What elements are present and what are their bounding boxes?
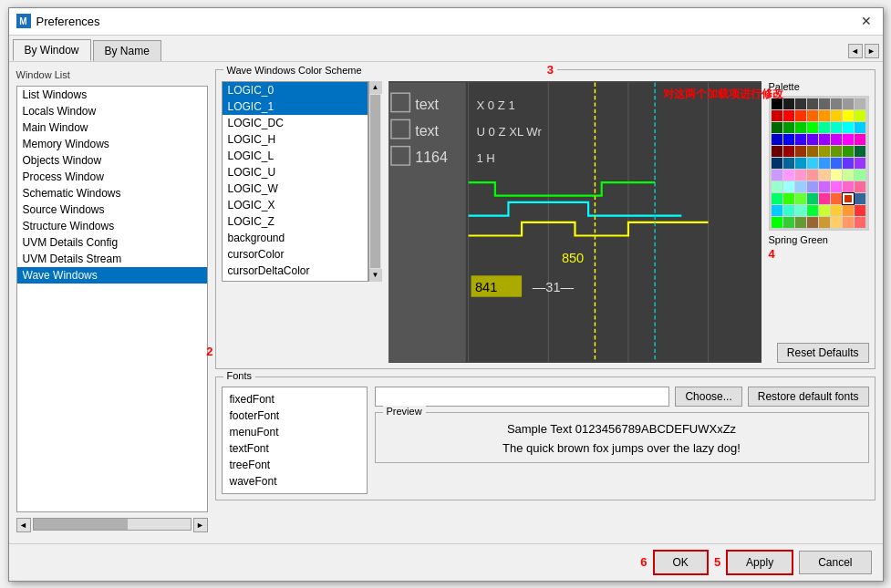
color-list-item[interactable]: LOGIC_0	[223, 82, 368, 98]
palette-color-cell[interactable]	[795, 205, 806, 216]
palette-color-cell[interactable]	[783, 205, 794, 216]
color-list-item[interactable]: cursorColor	[223, 246, 368, 263]
palette-color-cell[interactable]	[783, 193, 794, 204]
close-button[interactable]: ✕	[857, 12, 875, 30]
palette-color-cell[interactable]	[795, 170, 806, 181]
palette-color-cell[interactable]	[855, 193, 865, 204]
palette-color-cell[interactable]	[807, 98, 818, 109]
palette-color-cell[interactable]	[783, 181, 794, 192]
palette-color-cell[interactable]	[831, 193, 842, 204]
palette-color-cell[interactable]	[819, 193, 830, 204]
color-list-item[interactable]: LOGIC_W	[223, 181, 368, 197]
palette-color-cell[interactable]	[772, 98, 782, 109]
palette-color-cell[interactable]	[843, 205, 854, 216]
palette-color-cell[interactable]	[807, 181, 818, 192]
color-list-item[interactable]: LOGIC_DC	[223, 115, 368, 131]
palette-color-cell[interactable]	[843, 122, 854, 133]
palette-color-cell[interactable]	[843, 110, 854, 121]
palette-color-cell[interactable]	[843, 181, 854, 192]
palette-color-cell[interactable]	[772, 205, 782, 216]
palette-color-cell[interactable]	[855, 158, 865, 169]
restore-fonts-button[interactable]: Restore default fonts	[748, 387, 869, 407]
palette-color-cell[interactable]	[831, 181, 842, 192]
palette-color-cell[interactable]	[855, 181, 865, 192]
palette-color-cell[interactable]	[807, 158, 818, 169]
palette-color-cell[interactable]	[831, 146, 842, 157]
palette-color-cell[interactable]	[795, 158, 806, 169]
palette-color-cell[interactable]	[831, 122, 842, 133]
palette-color-cell[interactable]	[772, 134, 782, 145]
window-list-item[interactable]: UVM Details Stream	[17, 251, 207, 267]
color-list-item[interactable]: LOGIC_H	[223, 131, 368, 148]
color-list-item[interactable]: LOGIC_Z	[223, 213, 368, 230]
window-list-item[interactable]: Schematic Windows	[17, 185, 207, 201]
tab-by-window[interactable]: By Window	[13, 39, 91, 61]
palette-color-cell[interactable]	[795, 217, 806, 228]
palette-color-cell[interactable]	[831, 205, 842, 216]
palette-color-cell[interactable]	[819, 170, 830, 181]
palette-color-cell[interactable]	[855, 170, 865, 181]
palette-color-cell[interactable]	[819, 122, 830, 133]
nav-left-arrow[interactable]: ◄	[848, 44, 863, 58]
palette-color-cell[interactable]	[819, 110, 830, 121]
palette-color-cell[interactable]	[783, 122, 794, 133]
choose-button[interactable]: Choose...	[675, 387, 741, 407]
palette-color-cell[interactable]	[843, 134, 854, 145]
window-list-item[interactable]: Wave Windows	[17, 267, 207, 284]
window-list-item[interactable]: List Windows	[17, 87, 207, 103]
window-list-item[interactable]: Source Windows	[17, 201, 207, 218]
palette-color-cell[interactable]	[843, 170, 854, 181]
palette-color-cell[interactable]	[807, 205, 818, 216]
fonts-list-item[interactable]: menuFont	[226, 424, 363, 440]
palette-color-cell[interactable]	[807, 217, 818, 228]
palette-color-cell[interactable]	[783, 158, 794, 169]
palette-color-cell[interactable]	[772, 122, 782, 133]
palette-color-cell[interactable]	[843, 158, 854, 169]
palette-color-cell[interactable]	[843, 146, 854, 157]
color-list-item[interactable]: LOGIC_L	[223, 148, 368, 164]
palette-color-cell[interactable]	[807, 134, 818, 145]
palette-color-cell[interactable]	[843, 193, 854, 204]
palette-color-cell[interactable]	[819, 146, 830, 157]
palette-color-cell[interactable]	[772, 217, 782, 228]
ok-button[interactable]: OK	[653, 550, 709, 575]
palette-color-cell[interactable]	[772, 110, 782, 121]
scroll-left-btn[interactable]: ◄	[16, 518, 31, 532]
palette-color-cell[interactable]	[795, 98, 806, 109]
fonts-list-item[interactable]: waveFont	[226, 473, 363, 490]
palette-color-cell[interactable]	[855, 205, 865, 216]
window-list-item[interactable]: Main Window	[17, 119, 207, 136]
palette-color-cell[interactable]	[783, 110, 794, 121]
window-list-item[interactable]: Memory Windows	[17, 136, 207, 152]
palette-color-cell[interactable]	[819, 98, 830, 109]
palette-color-cell[interactable]	[843, 217, 854, 228]
color-scroll-down[interactable]: ▼	[369, 269, 382, 282]
palette-color-cell[interactable]	[855, 122, 865, 133]
window-list-item[interactable]: Structure Windows	[17, 218, 207, 234]
palette-color-cell[interactable]	[795, 181, 806, 192]
palette-color-cell[interactable]	[783, 217, 794, 228]
fonts-list-item[interactable]: textFont	[226, 440, 363, 457]
palette-color-cell[interactable]	[772, 146, 782, 157]
window-list-item[interactable]: Process Window	[17, 169, 207, 185]
palette-color-cell[interactable]	[855, 110, 865, 121]
palette-color-cell[interactable]	[855, 146, 865, 157]
palette-color-cell[interactable]	[783, 170, 794, 181]
palette-color-cell[interactable]	[772, 193, 782, 204]
palette-color-cell[interactable]	[819, 181, 830, 192]
color-list-item[interactable]: LOGIC_U	[223, 164, 368, 181]
palette-color-cell[interactable]	[819, 158, 830, 169]
palette-color-cell[interactable]	[819, 134, 830, 145]
palette-color-cell[interactable]	[831, 98, 842, 109]
palette-color-cell[interactable]	[807, 110, 818, 121]
palette-color-cell[interactable]	[807, 146, 818, 157]
fonts-list-item[interactable]: footerFont	[226, 407, 363, 424]
palette-color-cell[interactable]	[795, 110, 806, 121]
palette-color-cell[interactable]	[807, 170, 818, 181]
palette-color-cell[interactable]	[819, 205, 830, 216]
reset-defaults-button[interactable]: Reset Defaults	[777, 343, 869, 363]
fonts-list-item[interactable]: fixedFont	[226, 391, 363, 407]
palette-color-cell[interactable]	[855, 98, 865, 109]
apply-button[interactable]: Apply	[726, 550, 793, 575]
palette-color-cell[interactable]	[831, 110, 842, 121]
